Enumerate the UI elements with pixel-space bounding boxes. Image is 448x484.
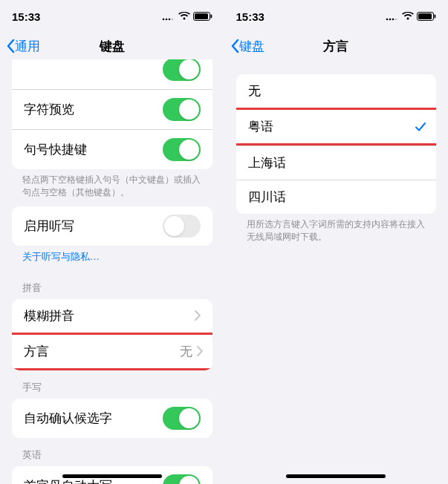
- label-auto-caps: 首字母自动大写: [24, 477, 163, 484]
- header-pinyin: 拼音: [0, 271, 224, 299]
- row-auto-confirm[interactable]: 自动确认候选字: [12, 399, 212, 438]
- toggle-char-preview[interactable]: [163, 98, 201, 121]
- link-dictation-privacy[interactable]: 关于听写与隐私…: [0, 246, 224, 271]
- wifi-icon: [402, 12, 414, 21]
- cellular-icon: [162, 12, 175, 21]
- svg-point-0: [162, 19, 164, 21]
- svg-point-3: [171, 19, 173, 21]
- chevron-right-icon: [195, 310, 201, 321]
- row-partial[interactable]: [12, 59, 212, 89]
- option-shanghainese[interactable]: 上海话: [236, 145, 437, 180]
- option-none[interactable]: 无: [236, 74, 437, 108]
- group-dictation: 启用听写: [12, 206, 212, 246]
- chevron-left-icon: [6, 39, 15, 53]
- svg-rect-13: [435, 15, 436, 19]
- label-sichuanese: 四川话: [248, 189, 425, 206]
- cellular-icon: [386, 12, 399, 21]
- group-handwriting: 自动确认候选字: [12, 399, 212, 438]
- back-button[interactable]: 通用: [6, 38, 40, 55]
- svg-point-10: [395, 19, 397, 21]
- svg-point-8: [389, 19, 392, 21]
- svg-point-9: [392, 19, 395, 21]
- back-label: 通用: [15, 38, 40, 55]
- battery-icon: [193, 12, 212, 21]
- toggle-partial[interactable]: [163, 59, 201, 81]
- chevron-left-icon: [230, 39, 239, 53]
- toggle-period-shortcut[interactable]: [163, 138, 201, 161]
- wifi-icon: [178, 12, 190, 21]
- status-time: 15:33: [236, 10, 264, 23]
- back-label: 键盘: [239, 38, 264, 55]
- back-button[interactable]: 键盘: [230, 38, 264, 55]
- label-dialect: 方言: [24, 343, 180, 360]
- option-sichuanese[interactable]: 四川话: [236, 180, 437, 214]
- label-fuzzy-pinyin: 模糊拼音: [24, 307, 195, 324]
- phone-right: 15:33 键盘 方言 无 粤语 上海话: [224, 0, 449, 484]
- group-pinyin: 模糊拼音 方言 无: [12, 299, 212, 370]
- status-bar: 15:33: [0, 0, 224, 33]
- toggle-auto-caps[interactable]: [163, 474, 201, 484]
- label-none: 无: [248, 82, 425, 99]
- header-handwriting: 手写: [0, 370, 224, 399]
- row-dictation[interactable]: 启用听写: [12, 206, 212, 246]
- row-period-shortcut[interactable]: 句号快捷键: [12, 129, 212, 169]
- status-bar: 15:33: [224, 0, 449, 33]
- footer-period: 轻点两下空格键插入句号（中文键盘）或插入句点与空格（其他键盘）。: [0, 169, 224, 206]
- label-char-preview: 字符预览: [24, 101, 163, 118]
- phone-left: 15:33 通用 键盘 字符预览 句号快捷键: [0, 0, 224, 484]
- svg-rect-6: [210, 15, 212, 19]
- svg-rect-5: [195, 13, 208, 19]
- home-indicator[interactable]: [62, 474, 162, 478]
- svg-point-2: [168, 19, 170, 21]
- battery-icon: [417, 12, 436, 21]
- label-period-shortcut: 句号快捷键: [24, 141, 163, 158]
- status-icons: [386, 12, 436, 21]
- footer-dialect: 用所选方言键入字词所需的支持内容将在接入无线局域网时下载。: [224, 214, 449, 251]
- option-cantonese[interactable]: 粤语: [236, 108, 437, 145]
- row-fuzzy-pinyin[interactable]: 模糊拼音: [12, 299, 212, 333]
- label-dictation: 启用听写: [24, 218, 163, 235]
- nav-bar: 键盘 方言: [224, 33, 449, 59]
- group-dialect-options: 无 粤语 上海话 四川话: [236, 74, 437, 214]
- chevron-right-icon: [197, 346, 203, 356]
- label-cantonese: 粤语: [248, 118, 415, 135]
- row-dialect[interactable]: 方言 无: [12, 333, 212, 370]
- row-char-preview[interactable]: 字符预览: [12, 89, 212, 129]
- label-auto-confirm: 自动确认候选字: [24, 410, 163, 427]
- status-icons: [162, 12, 212, 21]
- toggle-auto-confirm[interactable]: [163, 407, 201, 430]
- home-indicator[interactable]: [286, 474, 386, 478]
- svg-point-1: [165, 19, 167, 21]
- header-english: 英语: [0, 438, 224, 466]
- checkmark-icon: [415, 121, 426, 133]
- svg-point-7: [386, 19, 389, 21]
- status-time: 15:33: [12, 10, 40, 23]
- group-keyboard-options: 字符预览 句号快捷键: [12, 59, 212, 169]
- toggle-dictation[interactable]: [163, 215, 201, 238]
- value-dialect: 无: [180, 343, 192, 360]
- label-shanghainese: 上海话: [248, 154, 425, 171]
- nav-bar: 通用 键盘: [0, 33, 224, 59]
- svg-rect-12: [418, 13, 432, 19]
